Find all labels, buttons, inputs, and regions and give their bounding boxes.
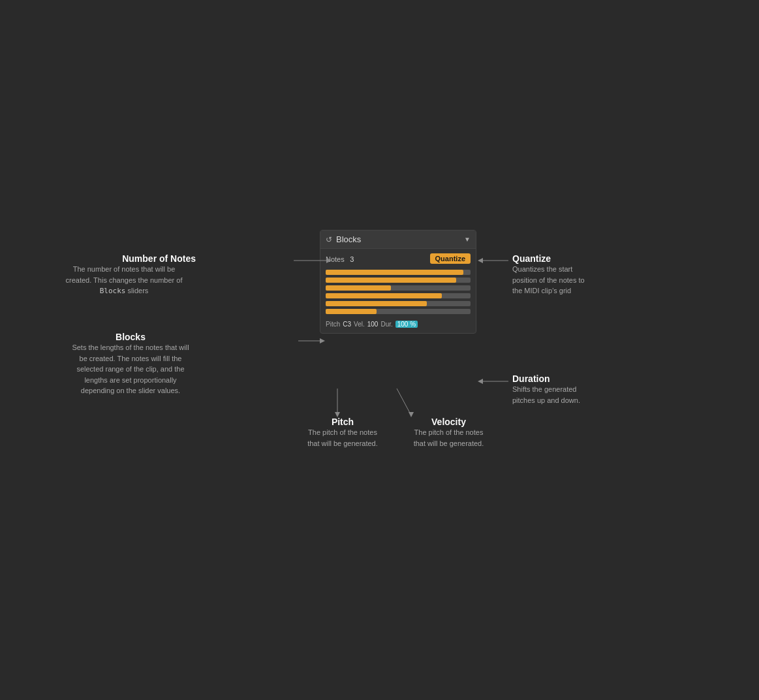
pitch-label: Pitch: [326, 321, 340, 328]
annotation-pitch: Pitch The pitch of the notesthat will be…: [303, 417, 382, 449]
annotation-notes-body: The number of notes that will becreated.…: [52, 264, 196, 297]
annotation-pitch-title: Pitch: [303, 417, 382, 427]
annotation-quantize-title: Quantize: [512, 253, 643, 264]
dur-label: Dur.: [380, 321, 392, 328]
vel-label: Vel.: [354, 321, 365, 328]
annotation-velocity-title: Velocity: [392, 417, 506, 427]
annotation-quantize: Quantize Quantizes the startposition of …: [512, 253, 643, 296]
panel-body: Notes 3 Quantize: [320, 249, 476, 333]
reset-icon[interactable]: ↺: [326, 235, 332, 244]
notes-value: 3: [350, 255, 354, 263]
annotation-blocks-title: Blocks: [65, 332, 196, 342]
notes-row: Notes 3 Quantize: [326, 253, 471, 264]
annotation-blocks: Blocks Sets the lengths of the notes tha…: [65, 332, 196, 396]
status-bar: Pitch C3 Vel. 100 Dur. 100 %: [326, 318, 471, 329]
pitch-value: C3: [343, 321, 351, 328]
slider-3-fill: [326, 285, 391, 291]
annotation-notes-title: Number of Notes: [52, 253, 196, 264]
panel-header-left: ↺ Blocks: [326, 234, 361, 244]
svg-marker-3: [320, 338, 325, 343]
annotation-quantize-body: Quantizes the startposition of the notes…: [512, 264, 643, 296]
slider-6-fill: [326, 309, 377, 314]
annotation-pitch-body: The pitch of the notesthat will be gener…: [303, 427, 382, 449]
dur-value: 100 %: [395, 321, 418, 328]
slider-2-fill: [326, 278, 456, 283]
annotation-velocity: Velocity The pitch of the notesthat will…: [392, 417, 506, 449]
annotation-duration-body: Shifts the generatedpitches up and down.: [512, 384, 643, 406]
annotation-duration: Duration Shifts the generatedpitches up …: [512, 374, 643, 406]
plugin-panel: ↺ Blocks ▼ Notes 3 Quantize: [320, 230, 476, 334]
quantize-button[interactable]: Quantize: [430, 253, 471, 264]
slider-1[interactable]: [326, 270, 471, 275]
slider-6[interactable]: [326, 309, 471, 314]
slider-1-fill: [326, 270, 463, 275]
slider-5[interactable]: [326, 301, 471, 306]
svg-line-10: [397, 389, 411, 415]
dropdown-icon[interactable]: ▼: [464, 236, 471, 243]
slider-4-fill: [326, 293, 442, 298]
notes-label: Notes: [326, 255, 345, 263]
panel-header: ↺ Blocks ▼: [320, 231, 476, 249]
vel-value: 100: [367, 321, 379, 328]
svg-marker-5: [478, 258, 483, 263]
slider-5-fill: [326, 301, 427, 306]
annotation-number-of-notes: Number of Notes The number of notes that…: [52, 253, 196, 297]
slider-4[interactable]: [326, 293, 471, 298]
svg-marker-7: [478, 379, 483, 384]
annotation-duration-title: Duration: [512, 374, 643, 384]
panel-title: Blocks: [336, 234, 361, 244]
slider-2[interactable]: [326, 278, 471, 283]
annotation-blocks-body: Sets the lengths of the notes that willb…: [65, 342, 196, 396]
slider-3[interactable]: [326, 285, 471, 291]
annotation-velocity-body: The pitch of the notesthat will be gener…: [392, 427, 506, 449]
notes-label-group: Notes 3: [326, 253, 354, 264]
sliders-section: [326, 270, 471, 314]
